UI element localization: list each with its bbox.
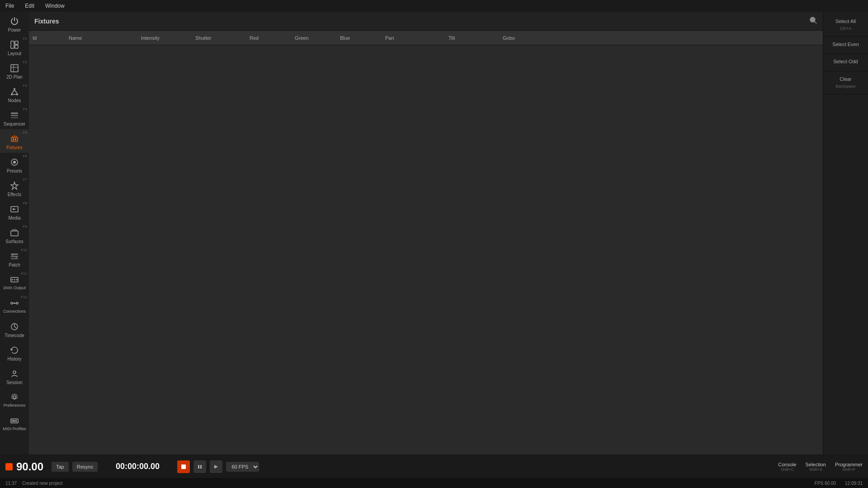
sidebar-label-session: Session <box>6 380 23 385</box>
sidebar-label-layout: Layout <box>8 51 21 56</box>
select-all-shortcut: Ctrl+A <box>826 26 865 32</box>
sidebar-item-midiprofiles[interactable]: MIDI Profiles <box>0 411 29 435</box>
svg-point-6 <box>14 88 15 90</box>
sidebar-fkey-2dplan: F2 <box>23 60 27 64</box>
col-header-blue: Blue <box>336 35 382 41</box>
svg-point-38 <box>14 303 15 304</box>
main-container: Power F1 Layout F2 <box>0 12 868 455</box>
select-odd-label: Select Odd <box>833 59 858 64</box>
timecode-icon <box>9 321 20 332</box>
programmer-mode-shortcut: Shift+P <box>842 467 855 472</box>
sidebar-item-timecode[interactable]: Timecode <box>0 317 29 341</box>
svg-rect-3 <box>11 65 18 72</box>
svg-line-10 <box>14 90 17 94</box>
sidebar-fkey-connections: F12 <box>21 295 27 299</box>
select-even-label: Select Even <box>832 42 859 47</box>
presets-icon <box>9 157 20 168</box>
sidebar-item-dmxoutput[interactable]: F11 DMX Output <box>0 270 29 294</box>
sidebar-label-history: History <box>7 357 21 361</box>
sidebar-label-surfaces: Surfaces <box>5 239 23 244</box>
sidebar-fkey-surfaces: F9 <box>23 225 27 229</box>
sidebar-label-timecode: Timecode <box>5 333 24 338</box>
power-icon <box>9 16 20 27</box>
svg-rect-53 <box>200 465 202 469</box>
dmxoutput-icon <box>9 274 20 285</box>
transport-modes: Console Shift+C Selection Shift+S Progra… <box>778 462 863 472</box>
sidebar-item-sequencer[interactable]: F4 Sequencer <box>0 106 29 129</box>
select-even-button[interactable]: Select Even <box>823 37 868 54</box>
col-header-red: Red <box>246 35 291 41</box>
sidebar-item-patch[interactable]: F10 Patch <box>0 247 29 270</box>
status-bar: 11:37 Created new project FPS 60.00 12:0… <box>0 478 868 488</box>
history-icon <box>9 345 20 356</box>
right-panel: Select All Ctrl+A Select Even Select Odd… <box>823 12 868 455</box>
tap-button[interactable]: Tap <box>52 462 69 472</box>
svg-rect-26 <box>11 253 18 255</box>
sidebar-item-history[interactable]: History <box>0 341 29 364</box>
table-body <box>29 45 823 455</box>
sidebar-item-2dplan[interactable]: F2 2D Plan <box>0 59 29 82</box>
menu-file[interactable]: File <box>4 2 16 10</box>
status-clock: 12:09:31 <box>845 481 863 486</box>
svg-rect-1 <box>15 41 18 44</box>
sidebar-label-fixtures: Fixtures <box>6 145 23 150</box>
svg-rect-51 <box>181 465 186 469</box>
menu-edit[interactable]: Edit <box>23 2 36 10</box>
select-all-button[interactable]: Select All Ctrl+A <box>823 14 868 37</box>
sidebar-item-preferences[interactable]: Preferences <box>0 388 29 411</box>
sidebar-item-session[interactable]: Session <box>0 364 29 388</box>
sidebar-label-nodes: Nodes <box>8 98 21 103</box>
svg-point-33 <box>14 279 15 281</box>
programmer-mode-button[interactable]: Programmer Shift+P <box>835 462 863 472</box>
sidebar-item-layout[interactable]: F1 Layout <box>0 35 29 59</box>
sidebar-label-dmxoutput: DMX Output <box>3 286 26 291</box>
effects-icon <box>9 180 20 191</box>
play-button[interactable] <box>210 460 222 473</box>
sidebar-item-presets[interactable]: F6 Presets <box>0 153 29 176</box>
svg-rect-14 <box>11 117 18 118</box>
svg-rect-16 <box>13 138 14 141</box>
col-header-tilt: Tilt <box>445 35 499 41</box>
svg-line-41 <box>14 327 16 328</box>
selection-mode-label: Selection <box>806 462 826 467</box>
selection-mode-shortcut: Shift+S <box>809 467 822 472</box>
col-header-green: Green <box>291 35 336 41</box>
col-header-shutter: Shutter <box>192 35 246 41</box>
media-icon <box>9 204 20 215</box>
sidebar-item-surfaces[interactable]: F9 Surfaces <box>0 223 29 247</box>
svg-point-35 <box>11 302 13 304</box>
sidebar-item-connections[interactable]: F12 Connections <box>0 294 29 317</box>
resync-button[interactable]: Resync <box>72 462 98 472</box>
menu-window[interactable]: Window <box>43 2 66 10</box>
sidebar-fkey-fixtures: F5 <box>23 131 27 135</box>
pause-button[interactable] <box>193 460 206 473</box>
stop-button[interactable] <box>177 460 190 473</box>
sidebar-label-2dplan: 2D Plan <box>6 75 23 80</box>
select-odd-button[interactable]: Select Odd <box>823 54 868 71</box>
nodes-icon <box>9 86 20 97</box>
sidebar-fkey-dmxoutput: F11 <box>21 272 27 276</box>
svg-rect-15 <box>11 137 18 141</box>
fps-selector[interactable]: 24 FPS 25 FPS 30 FPS 60 FPS <box>226 462 259 472</box>
svg-point-32 <box>12 279 13 281</box>
select-all-label: Select All <box>835 19 856 24</box>
sidebar-item-media[interactable]: F8 Media <box>0 200 29 223</box>
svg-rect-0 <box>11 41 14 48</box>
clear-button[interactable]: Clear Backspace <box>823 71 868 94</box>
sidebar-item-nodes[interactable]: F3 Nodes <box>0 82 29 106</box>
sidebar-item-power[interactable]: Power <box>0 12 29 35</box>
console-mode-button[interactable]: Console Shift+C <box>778 462 796 472</box>
sidebar-label-power: Power <box>8 28 21 33</box>
selection-mode-button[interactable]: Selection Shift+S <box>806 462 826 472</box>
record-indicator <box>5 463 13 470</box>
search-icon[interactable] <box>809 16 817 26</box>
svg-point-43 <box>13 396 16 399</box>
svg-rect-2 <box>15 45 18 48</box>
sidebar-label-presets: Presets <box>7 169 22 174</box>
sidebar: Power F1 Layout F2 <box>0 12 29 455</box>
svg-rect-28 <box>11 258 18 259</box>
preferences-icon <box>9 392 20 403</box>
sidebar-label-sequencer: Sequencer <box>4 122 25 127</box>
sidebar-item-effects[interactable]: F7 Effects <box>0 176 29 200</box>
sidebar-item-fixtures[interactable]: F5 Fixtures <box>0 129 29 153</box>
